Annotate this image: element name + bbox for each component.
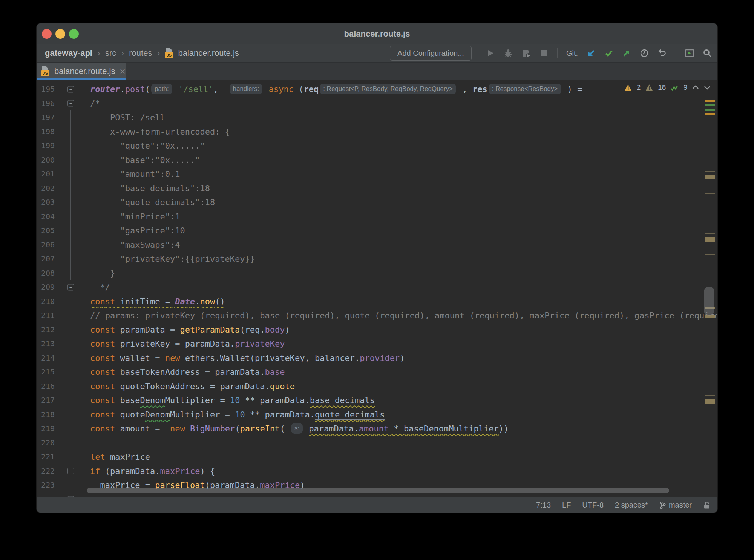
line-number[interactable]: 195 — [37, 82, 55, 97]
code-line[interactable]: 209− */ — [37, 280, 717, 295]
code-line[interactable]: 204 "minPrice":1 — [37, 210, 717, 224]
line-number[interactable]: 199 — [37, 139, 55, 153]
code-line[interactable]: 206 "maxSwaps":4 — [37, 238, 717, 252]
code-line[interactable]: 213const privateKey = paramData.privateK… — [37, 337, 717, 351]
stripe-mark[interactable] — [705, 109, 715, 111]
run-with-coverage-icon[interactable] — [521, 48, 531, 58]
fold-collapse-icon[interactable]: − — [67, 468, 74, 474]
vertical-scrollbar[interactable] — [704, 287, 714, 316]
code-line[interactable]: 201 "amount":0.1 — [37, 167, 717, 181]
code-editor[interactable]: 195−router.post(path: '/sell', handlers:… — [37, 80, 717, 497]
stop-icon[interactable] — [539, 48, 549, 58]
line-number[interactable]: 201 — [37, 167, 55, 181]
stripe-mark[interactable] — [705, 395, 715, 396]
inspections-widget[interactable]: 2 18 9 — [621, 82, 714, 93]
line-number[interactable]: 221 — [37, 450, 55, 464]
line-separator[interactable]: LF — [562, 501, 571, 509]
line-number[interactable]: 196 — [37, 97, 55, 111]
stripe-mark[interactable] — [705, 171, 715, 172]
caret-position[interactable]: 7:13 — [536, 501, 551, 509]
stripe-mark[interactable] — [705, 175, 715, 179]
code-line[interactable]: 207 "privateKey":{{privateKey}} — [37, 252, 717, 266]
stripe-mark[interactable] — [705, 237, 715, 242]
line-number[interactable]: 204 — [37, 210, 55, 224]
stripe-mark[interactable] — [705, 100, 715, 102]
line-number[interactable]: 214 — [37, 351, 55, 365]
file-encoding[interactable]: UTF-8 — [582, 501, 604, 509]
readonly-toggle[interactable] — [703, 501, 711, 509]
line-number[interactable]: 216 — [37, 379, 55, 394]
code-line[interactable]: 208 } — [37, 266, 717, 281]
breadcrumb-src[interactable]: src — [105, 48, 116, 58]
line-number[interactable]: 212 — [37, 323, 55, 337]
line-number[interactable]: 207 — [37, 252, 55, 266]
stripe-mark[interactable] — [705, 113, 715, 115]
running-windows-icon[interactable] — [685, 48, 694, 58]
code-line[interactable]: 211// params: privateKey (required), bas… — [37, 308, 717, 323]
code-line[interactable]: 212const paramData = getParamData(req.bo… — [37, 323, 717, 337]
breadcrumb-file[interactable]: balancer.route.js — [178, 48, 239, 58]
code-line[interactable]: 198 x-www-form-urlencoded: { — [37, 125, 717, 139]
line-number[interactable]: 206 — [37, 238, 55, 252]
line-number[interactable]: 218 — [37, 408, 55, 422]
fold-collapse-icon[interactable]: − — [67, 100, 74, 107]
line-number[interactable]: 217 — [37, 393, 55, 408]
line-number[interactable]: 203 — [37, 195, 55, 210]
line-number[interactable]: 219 — [37, 422, 55, 436]
code-line[interactable]: 202 "base_decimals":18 — [37, 181, 717, 196]
code-line[interactable]: 210const initTime = Date.now() — [37, 295, 717, 309]
line-number[interactable]: 200 — [37, 153, 55, 167]
code-line[interactable]: 215const baseTokenAddress = paramData.ba… — [37, 365, 717, 379]
tab-balancer-route-js[interactable]: JS balancer.route.js × — [37, 63, 126, 80]
code-line[interactable]: 199 "quote":"0x....." — [37, 139, 717, 153]
code-line[interactable]: 219const amount = new BigNumber(parseInt… — [37, 422, 717, 436]
fold-collapse-icon[interactable]: − — [67, 86, 74, 92]
line-number[interactable]: 198 — [37, 125, 55, 139]
line-number[interactable]: 205 — [37, 224, 55, 238]
close-tab-icon[interactable]: × — [120, 66, 125, 76]
warning-count[interactable]: 2 — [637, 83, 641, 92]
stripe-mark[interactable] — [705, 104, 715, 106]
code-line[interactable]: 220 — [37, 436, 717, 450]
run-icon[interactable] — [486, 48, 495, 58]
stripe-mark[interactable] — [705, 254, 715, 255]
line-number[interactable]: 215 — [37, 365, 55, 379]
line-number[interactable]: 208 — [37, 266, 55, 281]
line-number[interactable]: 209 — [37, 280, 55, 295]
line-number[interactable]: 220 — [37, 436, 55, 450]
code-line[interactable]: 216const quoteTokenAddress = paramData.q… — [37, 379, 717, 394]
code-line[interactable]: 217const baseDenomMultiplier = 10 ** par… — [37, 393, 717, 408]
line-number[interactable]: 224 — [37, 492, 55, 497]
code-line[interactable]: 214const wallet = new ethers.Wallet(priv… — [37, 351, 717, 365]
stripe-mark[interactable] — [705, 399, 715, 404]
code-line[interactable]: 196−/* — [37, 97, 717, 111]
previous-problem-icon[interactable] — [692, 85, 699, 90]
window-titlebar[interactable]: balancer.route.js — [37, 23, 717, 44]
stripe-mark[interactable] — [705, 233, 715, 234]
breadcrumb-routes[interactable]: routes — [129, 48, 152, 58]
indent-style[interactable]: 2 spaces* — [615, 501, 648, 509]
code-line[interactable]: 218const quoteDenomMultiplier = 10 ** pa… — [37, 408, 717, 422]
line-number[interactable]: 210 — [37, 295, 55, 309]
stripe-mark[interactable] — [705, 193, 715, 194]
code-line[interactable]: 205 "gasPrice":10 — [37, 224, 717, 238]
code-line[interactable]: 197 POST: /sell — [37, 110, 717, 125]
code-line[interactable]: 203 "quote_decimals":18 — [37, 195, 717, 210]
code-line[interactable]: 195−router.post(path: '/sell', handlers:… — [37, 82, 717, 97]
line-number[interactable]: 222 — [37, 464, 55, 479]
code-line[interactable]: 222−if (paramData.maxPrice) { — [37, 464, 717, 479]
rollback-icon[interactable] — [657, 48, 667, 58]
line-number[interactable]: 213 — [37, 337, 55, 351]
search-everywhere-icon[interactable] — [702, 48, 712, 58]
debug-icon[interactable] — [503, 48, 513, 58]
history-icon[interactable] — [639, 48, 649, 58]
line-number[interactable]: 197 — [37, 110, 55, 125]
line-number[interactable]: 223 — [37, 478, 55, 492]
line-number[interactable]: 202 — [37, 181, 55, 196]
error-stripe[interactable] — [702, 80, 717, 497]
git-branch[interactable]: master — [659, 501, 692, 509]
git-update-icon[interactable] — [586, 48, 596, 58]
git-push-icon[interactable] — [622, 48, 631, 58]
typo-count[interactable]: 9 — [683, 83, 687, 92]
add-configuration-button[interactable]: Add Configuration... — [390, 46, 472, 61]
